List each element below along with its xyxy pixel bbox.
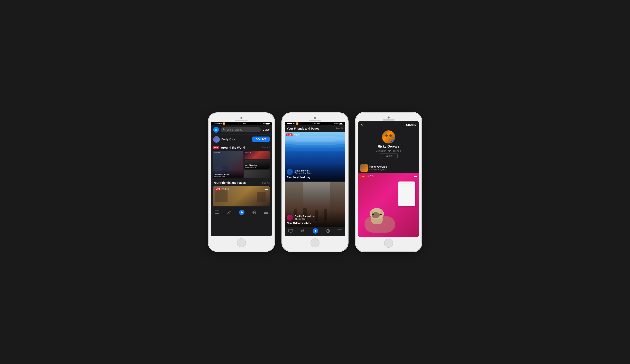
friends-preview-1[interactable]: LIVE 👁 8.7k •••: [213, 186, 270, 206]
search-box-1[interactable]: 🔍 Search videos: [220, 127, 261, 132]
follow-button-3[interactable]: Follow: [380, 153, 398, 159]
nav-play-1[interactable]: [239, 210, 245, 215]
video-user-2: Mike Stewart: [294, 169, 312, 172]
nav-people-2[interactable]: [300, 229, 305, 233]
screen-2: FB 📶 4:33 PM 100% Your Friends and Pages…: [285, 122, 345, 236]
camera-1: [240, 117, 242, 119]
profile-name-3: Ricky Gervais: [378, 145, 400, 148]
video-caption-street: New Orleans Vibes: [287, 222, 343, 224]
nav-menu-1[interactable]: [264, 211, 268, 214]
eye-icon-2: 👁: [294, 134, 296, 136]
wifi-icon-2: 📶: [296, 122, 298, 125]
video-loc-2: Los Angeles CA: [245, 166, 268, 168]
video-thumb-extra[interactable]: [244, 170, 270, 178]
camera-3: [388, 116, 390, 118]
profile-item-loc-3: London, England: [369, 168, 387, 171]
friends-see-all-2[interactable]: See All: [336, 127, 343, 130]
status-bar-1: FB 📶 4:33 PM 100%: [211, 122, 272, 125]
video-loc-1: Washington DC: [214, 176, 242, 178]
phone-top-1: [211, 116, 272, 122]
status-left-2: FB 📶: [287, 122, 298, 125]
phone-1: FB 📶 4:33 PM 100% ✉ 🔍 Search videos Guid…: [209, 113, 274, 251]
nav-play-2[interactable]: [312, 228, 318, 234]
carrier-1: FB: [219, 122, 222, 125]
svg-point-2: [228, 211, 229, 212]
friends-views-1: 8.7k: [225, 188, 228, 190]
eye-icon-3: 👁: [367, 175, 369, 178]
live-badge-friends-1: LIVE: [215, 188, 221, 190]
video-thumb-political[interactable]: 👁4.5M The White House Washington DC: [213, 151, 244, 178]
screen-1: FB 📶 4:33 PM 100% ✉ 🔍 Search videos Guid…: [211, 122, 272, 236]
video-thumb-concert[interactable]: 👁3.6M: [244, 151, 270, 160]
live-badge-2: LIVE: [286, 134, 292, 136]
speaker-3: [382, 119, 395, 120]
live-badge-3: LIVE: [360, 175, 366, 178]
video-user-street: Caitlin Ramrakha: [294, 215, 314, 218]
around-world-header: LIVE Around the World See All: [211, 144, 272, 151]
video-time-street: 3 hours ago: [294, 218, 314, 220]
nav-globe-1[interactable]: [252, 210, 256, 214]
speaker-2: [309, 120, 321, 121]
guide-button-1[interactable]: Guide: [262, 128, 270, 131]
phone-top-3: [358, 115, 419, 122]
battery-2: 100%: [333, 122, 338, 125]
svg-rect-12: [289, 229, 293, 232]
ocean-video-2[interactable]: LIVE 👁 8.7k ••• Mike Stewart Waimea Bay,…: [285, 132, 345, 181]
messenger-icon-1[interactable]: ✉: [213, 127, 219, 133]
nav-people-1[interactable]: [227, 210, 232, 214]
status-right-1: 100%: [260, 122, 269, 125]
live-badge-world: LIVE: [213, 146, 219, 149]
time-2: 4:33 PM: [312, 122, 320, 125]
home-button-1[interactable]: [237, 238, 246, 247]
back-button-3[interactable]: <: [361, 123, 363, 127]
more-dots-1[interactable]: •••: [265, 188, 268, 191]
bottom-nav-1: [211, 208, 272, 216]
video-loc-2: Waimea Bay, Oahu: [294, 172, 312, 174]
video-owner-2: Jay Stakelton: [245, 164, 268, 166]
around-world-see-all[interactable]: See All: [262, 146, 270, 149]
verified-badge-3: ✓: [392, 140, 395, 143]
nav-tv-2[interactable]: [288, 229, 293, 233]
eye-icon-1: 👁: [222, 188, 224, 190]
phone-2: FB 📶 4:33 PM 100% Your Friends and Pages…: [282, 113, 348, 251]
profile-item-avatar-3: [360, 164, 368, 172]
live-view-row-1: LIVE 👁 8.7k: [215, 188, 228, 190]
profile-item-row-3[interactable]: Ricky Gervais London, England: [358, 163, 419, 173]
carrier-2: FB: [293, 122, 296, 125]
video-avatar-2: [287, 169, 293, 175]
video-caption-2: First heat final day: [287, 176, 343, 179]
cat-video-3[interactable]: LIVE 👁 8.7k •••: [358, 173, 419, 237]
view-count-concert: 👁3.6M: [245, 152, 251, 154]
live-view-row-2: LIVE 👁 8.7k: [286, 134, 300, 136]
street-video-2[interactable]: ••• Caitlin Ramrakha 3 hours ago New Orl…: [285, 182, 345, 227]
user-row-1: Brady Voss GO LIVE: [211, 134, 272, 144]
camera-2: [314, 117, 316, 119]
home-button-3[interactable]: [384, 239, 393, 248]
nav-menu-2[interactable]: [338, 230, 342, 232]
more-dots-street[interactable]: •••: [340, 183, 344, 186]
nav-tv-1[interactable]: [215, 210, 219, 214]
share-button-3[interactable]: SHARE: [406, 123, 416, 126]
svg-point-15: [303, 230, 304, 230]
more-dots-2[interactable]: •••: [340, 134, 344, 137]
home-button-2[interactable]: [310, 238, 320, 247]
nav-globe-2[interactable]: [326, 229, 330, 233]
phone-3: < SHARE ✓ Ricky Gervais Comedian · 4M Fo…: [356, 113, 421, 252]
go-live-button-1[interactable]: GO LIVE: [252, 136, 270, 142]
status-left-1: FB 📶: [214, 122, 225, 125]
profile-desc-3: Comedian · 4M Followers: [376, 150, 402, 152]
profile-nav-3: < SHARE: [358, 122, 419, 128]
video-thumb-jay[interactable]: Jay Stakelton Los Angeles CA: [244, 160, 270, 169]
phone-bottom-3: [358, 237, 419, 249]
friends-see-all-1[interactable]: See All: [262, 181, 270, 184]
svg-point-14: [302, 230, 303, 231]
user-info-1: Brady Voss: [213, 136, 235, 143]
view-count-political: 👁4.5M: [214, 152, 220, 154]
search-placeholder-1: Search videos: [226, 128, 242, 131]
video-owner-1: The White House: [214, 174, 242, 176]
live-view-row-3: LIVE 👁 8.7k: [360, 175, 374, 178]
friends-header-2: Your Friends and Pages See All: [285, 125, 345, 132]
views-3: 8.7k: [370, 175, 374, 178]
status-bar-2: FB 📶 4:33 PM 100%: [285, 122, 345, 125]
more-dots-3[interactable]: •••: [414, 175, 417, 178]
